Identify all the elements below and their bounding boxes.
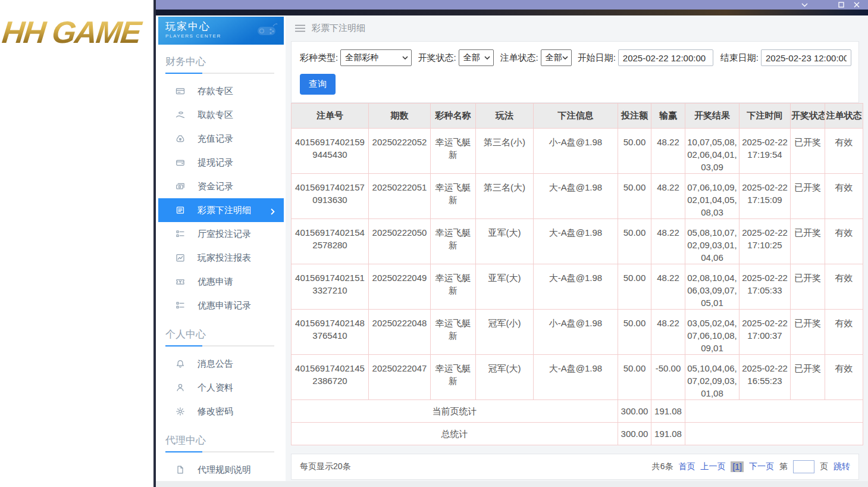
jump-page-input[interactable] bbox=[793, 460, 814, 473]
cell-draw-status: 已开奖 bbox=[791, 219, 825, 264]
sidebar-item-recharge-record[interactable]: 充值记录 bbox=[158, 127, 284, 151]
sidebar-item-messages[interactable]: 消息公告 bbox=[158, 352, 284, 376]
cell-play: 亚军(大) bbox=[476, 219, 534, 264]
cell-draw-result: 05,08,10,07,02,09,03,01,04,06 bbox=[685, 219, 739, 264]
sidebar-item-promo-apply-record[interactable]: 优惠申请记录 bbox=[158, 294, 284, 317]
start-date-input[interactable] bbox=[618, 49, 713, 66]
close-icon[interactable] bbox=[849, 0, 864, 10]
sidebar-item-label: 厅室投注记录 bbox=[198, 229, 251, 240]
cell-bet-info: 大-A盘@1.98 bbox=[534, 174, 618, 219]
app-body: 玩家中心 PLAYERS CENTER 财务中心存款专区取款专区充值记录提现记录… bbox=[156, 15, 868, 487]
chevron-down-icon bbox=[484, 56, 490, 60]
draw-status-select[interactable]: 全部 bbox=[459, 49, 494, 66]
first-page-link[interactable]: 首页 bbox=[678, 461, 695, 472]
cell-lottery-name: 幸运飞艇新 bbox=[431, 264, 476, 310]
hamburger-icon[interactable] bbox=[295, 24, 305, 32]
sidebar-item-promo-apply[interactable]: 优惠申请 bbox=[158, 270, 284, 294]
chevron-down-icon bbox=[402, 56, 408, 60]
chevron-down-icon bbox=[562, 56, 568, 60]
sidebar-item-funds-record[interactable]: 资金记录 bbox=[158, 174, 284, 198]
cell-period: 20250222048 bbox=[369, 310, 431, 355]
next-page-link[interactable]: 下一页 bbox=[749, 461, 774, 472]
chevron-right-icon bbox=[271, 207, 275, 217]
cell-bet-info: 小-A盘@1.98 bbox=[534, 310, 618, 355]
cell-bet-status: 有效 bbox=[825, 310, 863, 355]
player-report-icon bbox=[176, 253, 186, 263]
summary-win-loss: 191.08 bbox=[651, 423, 685, 445]
window-bottom-strip bbox=[156, 481, 868, 487]
sidebar-item-deposit[interactable]: 存款专区 bbox=[158, 79, 284, 103]
table-row: 40156917402154257828020250222050幸运飞艇新亚军(… bbox=[292, 219, 863, 264]
cell-bet-amount: 50.00 bbox=[618, 355, 651, 400]
pagination-bar: 每页显示20条 共6条 首页 上一页 [1] 下一页 第 页 跳转 bbox=[291, 454, 859, 480]
sidebar-item-label: 修改密码 bbox=[198, 406, 233, 417]
cell-lottery-name: 幸运飞艇新 bbox=[431, 129, 476, 174]
cell-win-loss: -50.00 bbox=[651, 355, 685, 400]
sidebar-item-withdraw[interactable]: 取款专区 bbox=[158, 103, 284, 127]
app-window: 玩家中心 PLAYERS CENTER 财务中心存款专区取款专区充值记录提现记录… bbox=[153, 0, 868, 487]
cell-bet-no: 401569174021452386720 bbox=[292, 355, 369, 400]
deposit-icon bbox=[176, 86, 186, 96]
section-underline bbox=[165, 345, 274, 346]
cell-win-loss: 48.22 bbox=[651, 129, 685, 174]
section-title: 代理中心 bbox=[165, 433, 284, 447]
cell-draw-status: 已开奖 bbox=[791, 129, 825, 174]
cell-bet-time: 2025-02-22 17:15:09 bbox=[739, 174, 791, 219]
cell-bet-info: 大-A盘@1.98 bbox=[534, 219, 618, 264]
main-content: 彩票下注明细 彩种类型: 全部彩种 开奖状态: 全部 注单状态: bbox=[286, 15, 868, 487]
cell-win-loss: 48.22 bbox=[651, 310, 685, 355]
cell-period: 20250222052 bbox=[369, 129, 431, 174]
prev-page-link[interactable]: 上一页 bbox=[700, 461, 725, 472]
sidebar-item-hall-bet-record[interactable]: 厅室投注记录 bbox=[158, 222, 284, 246]
cell-bet-status: 有效 bbox=[825, 219, 863, 264]
summary-empty bbox=[685, 400, 863, 423]
sidebar-item-label: 资金记录 bbox=[198, 181, 233, 192]
promo-record-icon bbox=[176, 301, 186, 311]
cell-bet-no: 401569174021599445430 bbox=[292, 129, 369, 174]
chevron-down-icon[interactable] bbox=[797, 0, 812, 10]
sidebar-item-label: 充值记录 bbox=[198, 133, 233, 145]
cell-bet-no: 401569174021513327210 bbox=[292, 264, 369, 310]
bet-status-select[interactable]: 全部 bbox=[541, 49, 572, 66]
cell-play: 第三名(大) bbox=[476, 174, 534, 219]
sidebar-item-cashout-record[interactable]: 提现记录 bbox=[158, 151, 284, 174]
col-header-period: 期数 bbox=[369, 104, 431, 129]
summary-bet-amount: 300.00 bbox=[618, 423, 651, 445]
table-row: 40156917402159944543020250222052幸运飞艇新第三名… bbox=[292, 129, 863, 174]
query-button[interactable]: 查询 bbox=[300, 74, 336, 95]
cell-win-loss: 48.22 bbox=[651, 174, 685, 219]
end-date-input[interactable] bbox=[761, 49, 851, 66]
bet-detail-table: 注单号期数彩种名称玩法下注信息投注额输赢开奖结果下注时间开奖状态注单状态 401… bbox=[291, 103, 863, 445]
sidebar-item-agent-rules[interactable]: 代理规则说明 bbox=[158, 458, 284, 482]
col-header-bet-status: 注单状态 bbox=[825, 104, 863, 129]
gear-icon bbox=[176, 407, 186, 417]
cell-draw-result: 05,10,04,06,07,02,09,03,01,08 bbox=[685, 355, 739, 400]
start-date-label: 开始日期: bbox=[578, 52, 616, 64]
cell-bet-status: 有效 bbox=[825, 129, 863, 174]
funds-icon bbox=[176, 182, 186, 192]
table-row: 40156917402151332721020250222049幸运飞艇新亚军(… bbox=[292, 264, 863, 310]
sidebar-header: 玩家中心 PLAYERS CENTER bbox=[158, 17, 284, 45]
sidebar-item-lottery-bet-detail[interactable]: 彩票下注明细 bbox=[158, 198, 284, 222]
cell-bet-no: 401569174021542578280 bbox=[292, 219, 369, 264]
cell-bet-amount: 50.00 bbox=[618, 310, 651, 355]
cell-period: 20250222051 bbox=[369, 174, 431, 219]
jump-button[interactable]: 跳转 bbox=[833, 461, 850, 472]
lottery-type-select[interactable]: 全部彩种 bbox=[340, 49, 412, 66]
maximize-icon[interactable] bbox=[833, 0, 849, 10]
section-title: 个人中心 bbox=[165, 327, 284, 341]
cell-win-loss: 48.22 bbox=[651, 264, 685, 310]
sidebar-item-label: 玩家投注报表 bbox=[198, 252, 251, 264]
sidebar-item-label: 个人资料 bbox=[198, 382, 233, 394]
brand-logo-area: HH GAME bbox=[0, 0, 153, 487]
sidebar-item-player-bet-report[interactable]: 玩家投注报表 bbox=[158, 246, 284, 270]
cell-draw-result: 03,05,02,04,07,06,10,08,09,01 bbox=[685, 310, 739, 355]
summary-row: 当前页统计300.00191.08 bbox=[292, 400, 863, 423]
sidebar-item-change-password[interactable]: 修改密码 bbox=[158, 399, 284, 423]
sidebar-item-profile[interactable]: 个人资料 bbox=[158, 376, 284, 399]
cell-play: 第三名(小) bbox=[476, 129, 534, 174]
sidebar-item-label: 存款专区 bbox=[198, 86, 233, 97]
section-underline bbox=[165, 451, 274, 452]
cell-bet-status: 有效 bbox=[825, 264, 863, 310]
col-header-bet-info: 下注信息 bbox=[534, 104, 618, 129]
